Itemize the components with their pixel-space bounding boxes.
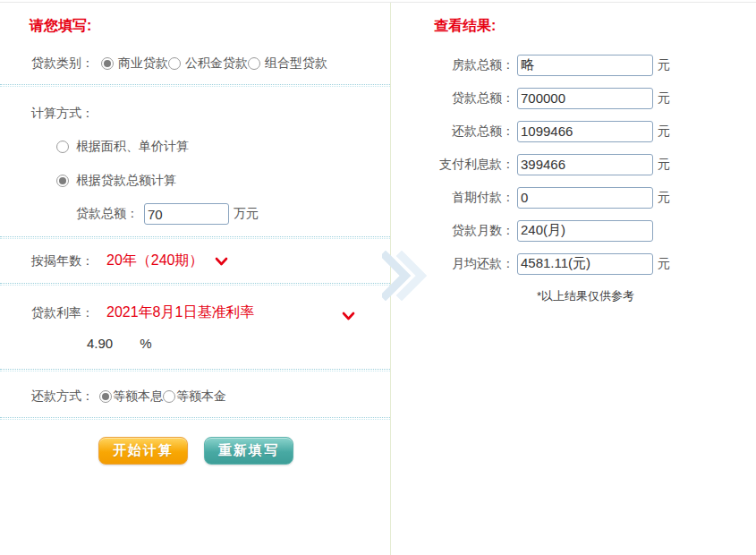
- result-input[interactable]: [517, 55, 653, 76]
- result-input[interactable]: [517, 88, 653, 109]
- loan-type-option[interactable]: 公积金贷款: [168, 56, 248, 72]
- repay-method-option-label: 等额本息: [113, 388, 163, 405]
- calc-method-label: 计算方式：: [31, 106, 94, 122]
- loan-type-option-label: 商业贷款: [118, 56, 168, 72]
- loan-rate-label: 贷款利率：: [31, 305, 94, 321]
- loan-type-radio[interactable]: [248, 57, 260, 70]
- button-row: 开始计算 重新填写: [98, 437, 293, 465]
- repay-method-radio[interactable]: [99, 390, 112, 403]
- loan-type-radio[interactable]: [101, 57, 114, 70]
- calc-method-radio[interactable]: [56, 175, 69, 187]
- separator: [0, 84, 390, 87]
- repay-method-row: 还款方式： 等额本息 等额本金: [31, 388, 226, 405]
- result-unit: 元: [658, 256, 670, 272]
- separator: [0, 369, 390, 371]
- result-panel-title: 查看结果:: [434, 17, 496, 36]
- loan-rate-value[interactable]: 2021年8月1日基准利率: [106, 303, 254, 322]
- result-row: 支付利息款： 元: [391, 148, 756, 181]
- chevron-down-icon[interactable]: [215, 254, 228, 269]
- calc-method-option-label: 根据贷款总额计算: [76, 173, 176, 189]
- calc-method-option-label: 根据面积、单价计算: [76, 139, 189, 155]
- result-row: 首期付款： 元: [391, 181, 756, 214]
- repay-method-option-label: 等额本金: [176, 388, 226, 405]
- loan-amount-unit: 万元: [234, 206, 259, 222]
- loan-type-label: 贷款类别：: [31, 56, 94, 72]
- separator: [0, 417, 390, 420]
- result-row: 贷款月数：: [391, 214, 756, 247]
- repay-method-options: 等额本息 等额本金: [99, 388, 226, 405]
- mortgage-years-row[interactable]: 按揭年数： 20年（240期）: [31, 252, 228, 270]
- rate-percent-value: 4.90: [87, 336, 113, 351]
- repay-method-label: 还款方式：: [31, 388, 94, 405]
- result-label: 月均还款：: [391, 256, 514, 272]
- result-input[interactable]: [517, 220, 653, 242]
- result-input[interactable]: [517, 253, 653, 275]
- loan-amount-input[interactable]: [144, 203, 229, 225]
- result-label: 首期付款：: [391, 190, 514, 206]
- result-label: 还款总额：: [391, 124, 514, 140]
- result-label: 房款总额：: [391, 57, 514, 73]
- loan-type-row: 贷款类别： 商业贷款 公积金贷款 组合型贷款: [31, 56, 327, 72]
- mortgage-years-label: 按揭年数：: [31, 253, 94, 269]
- repay-method-option[interactable]: 等额本金: [163, 388, 226, 405]
- result-unit: 元: [658, 57, 670, 73]
- loan-type-option-label: 公积金贷款: [185, 56, 248, 72]
- result-input[interactable]: [517, 154, 653, 175]
- loan-type-option-label: 组合型贷款: [265, 56, 327, 72]
- rate-percent-row: 4.90 %: [87, 336, 152, 351]
- repay-method-option[interactable]: 等额本息: [99, 388, 163, 405]
- result-panel: 查看结果: 房款总额： 元 贷款总额： 元 还款总额： 元: [391, 0, 756, 555]
- mortgage-years-value[interactable]: 20年（240期）: [106, 252, 204, 270]
- result-label: 支付利息款：: [391, 157, 514, 173]
- loan-amount-row: 贷款总额： 万元: [76, 203, 259, 225]
- separator: [0, 236, 390, 239]
- result-input[interactable]: [517, 121, 653, 142]
- result-row: 房款总额： 元: [391, 48, 756, 81]
- loan-type-radio[interactable]: [168, 57, 181, 70]
- loan-type-option[interactable]: 组合型贷款: [248, 56, 327, 72]
- loan-type-options: 商业贷款 公积金贷款 组合型贷款: [101, 56, 327, 72]
- result-unit: 元: [658, 124, 670, 140]
- result-unit: 元: [658, 190, 670, 206]
- reset-button[interactable]: 重新填写: [204, 437, 293, 465]
- result-unit: 元: [658, 157, 670, 173]
- loan-calculator-page: 请您填写: 贷款类别： 商业贷款 公积金贷款: [0, 0, 756, 555]
- result-row: 还款总额： 元: [391, 115, 756, 148]
- result-label: 贷款月数：: [391, 223, 514, 239]
- result-row: 贷款总额： 元: [391, 81, 756, 115]
- calc-method-option[interactable]: 根据贷款总额计算: [56, 173, 189, 189]
- calc-method-option[interactable]: 根据面积、单价计算: [56, 139, 189, 155]
- loan-amount-label: 贷款总额：: [76, 206, 139, 222]
- result-row: 月均还款： 元: [391, 247, 756, 280]
- chevron-down-icon[interactable]: [342, 309, 355, 323]
- input-panel: 请您填写: 贷款类别： 商业贷款 公积金贷款: [0, 0, 390, 555]
- disclaimer-note: *以上结果仅供参考: [537, 288, 634, 304]
- percent-sign: %: [140, 336, 151, 351]
- loan-rate-row[interactable]: 贷款利率： 2021年8月1日基准利率: [31, 303, 359, 322]
- result-unit: 元: [658, 90, 670, 107]
- result-input[interactable]: [517, 187, 653, 209]
- repay-method-radio[interactable]: [163, 390, 175, 403]
- separator: [0, 283, 390, 286]
- calc-method-radio[interactable]: [56, 141, 69, 153]
- loan-type-option[interactable]: 商业贷款: [101, 56, 168, 72]
- result-rows: 房款总额： 元 贷款总额： 元 还款总额： 元 支付利息款：: [391, 48, 756, 280]
- calculate-button[interactable]: 开始计算: [98, 437, 188, 465]
- input-panel-title: 请您填写:: [30, 17, 91, 36]
- result-label: 贷款总额：: [391, 90, 514, 107]
- calc-method-options: 根据面积、单价计算 根据贷款总额计算: [56, 139, 189, 207]
